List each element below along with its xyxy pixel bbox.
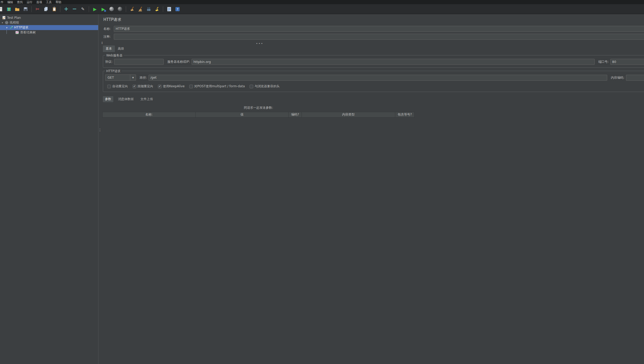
tree-item-label: 查看结果树 [20,30,36,35]
tab-advanced[interactable]: 高级 [115,45,127,52]
checkbox-keepalive[interactable]: 使用KeepAlive [158,84,185,89]
tree-item-test-plan[interactable]: Test Plan [0,15,98,20]
toolbar-separator [163,6,163,12]
method-path-row: GET ▼ 路径: 内容编码: [105,74,644,81]
encoding-label: 内容编码: [611,76,624,80]
open-icon[interactable] [14,5,21,13]
comment-input[interactable] [114,34,644,40]
checkbox-multipart[interactable]: 对POST使用multipart / form-data [189,84,245,89]
tree-item-view-results-tree[interactable]: 查看结果树 [0,30,98,35]
page-title: HTTP请求 [103,17,644,22]
http-request-group-title: HTTP请求 [105,69,122,73]
menu-file[interactable]: 件 [1,0,3,4]
menu-help[interactable]: 帮助 [56,0,61,4]
stop-icon[interactable] [108,5,115,13]
server-label: 服务器名称或IP: [167,60,190,64]
name-label: 名称: [103,27,114,31]
http-request-editor: HTTP请求 名称: 注释: ▴▾ ••• 基本 高级 Web服务器 [100,14,644,364]
column-header-encode[interactable]: 编码? [289,112,302,117]
checkbox-follow-redirects[interactable]: 跟随重定向 [133,84,153,89]
checkbox-label: 自动重定向 [112,84,128,89]
checkbox-icon [133,85,136,88]
save-icon[interactable] [22,5,29,13]
function-helper-icon[interactable] [166,5,173,13]
http-request-icon [9,26,13,30]
web-server-group-title: Web服务器 [105,53,123,58]
name-input[interactable] [114,26,644,32]
tab-files-upload[interactable]: 文件上传 [138,96,155,102]
protocol-label: 协议: [105,60,113,64]
params-caption: 同请求一起发送参数: [102,106,415,110]
templates-icon[interactable] [5,5,12,13]
web-server-group: Web服务器 协议: 服务器名称或IP: 端口号: [103,55,644,68]
chevron-down-icon[interactable]: ▾ [5,26,9,29]
tab-body-data[interactable]: 消息体数据 [116,96,136,102]
method-select[interactable]: GET ▼ [105,74,136,81]
tab-basic[interactable]: 基本 [103,45,115,52]
column-header-content-type[interactable]: 内容类型 [302,112,395,117]
encoding-input[interactable] [626,75,644,81]
column-header-name[interactable]: 名称: [103,112,196,117]
path-label: 路径: [140,76,147,80]
expand-icon[interactable]: + [63,5,70,13]
params-table-header: 名称: 值 编码? 内容类型 包含等号? [102,112,415,118]
toolbar: ✂ + − ✎ ▶ ▶ ? [0,4,644,14]
checkbox-icon [250,85,253,88]
shutdown-icon[interactable] [116,5,123,13]
checkbox-auto-redirect[interactable]: 自动重定向 [107,84,128,89]
search-reset-icon[interactable] [153,5,161,13]
web-server-row: 协议: 服务器名称或IP: 端口号: [105,59,644,65]
menu-tools[interactable]: 工具 [46,0,52,4]
checkbox-icon [189,85,193,88]
checkbox-browser-compatible-headers[interactable]: 与浏览器兼容的头 [250,84,280,89]
tab-parameters[interactable]: 参数 [103,96,113,102]
cut-icon[interactable]: ✂ [34,5,41,13]
menu-bar: 件 编辑 查找 运行 选项 工具 帮助 [0,0,644,4]
tree-item-http-request[interactable]: ▾ HTTP请求 [0,25,98,30]
server-input[interactable] [192,59,595,65]
test-plan-icon [2,16,6,20]
column-header-include-equals[interactable]: 包含等号? [395,112,414,117]
tree-item-label: 线程组 [10,20,19,25]
chevron-down-icon[interactable]: ▼ [130,75,136,80]
collapse-icon[interactable]: − [71,5,78,13]
toolbar-separator [31,6,32,12]
checkbox-label: 使用KeepAlive [163,84,185,89]
body-tabs: 参数 消息体数据 文件上传 [103,96,644,102]
tree-guide-line [7,30,7,34]
port-label: 端口号: [598,60,609,64]
splitter-dots-icon[interactable]: ••• [256,42,263,45]
start-icon[interactable]: ▶ [91,5,98,13]
tree-item-thread-group[interactable]: ▾ 线程组 [0,20,98,25]
help-icon[interactable]: ? [174,5,181,13]
view-results-tree-icon [15,31,19,35]
port-input[interactable] [610,59,644,65]
clear-all-icon[interactable] [137,5,144,13]
new-file-icon[interactable] [0,5,4,13]
start-no-pauses-icon[interactable]: ▶ [100,5,107,13]
checkbox-icon [107,85,111,88]
splitter-collapse-arrows-icon[interactable]: ▴▾ [102,41,103,44]
menu-options[interactable]: 选项 [36,0,42,4]
chevron-down-icon[interactable]: ▾ [1,21,4,24]
toolbar-separator [126,6,126,12]
checkbox-label: 与浏览器兼容的头 [255,84,280,89]
editor-splitter: ▴▾ ••• [102,42,644,45]
protocol-input[interactable] [114,59,164,65]
method-value: GET [105,75,130,80]
toolbar-separator [89,6,89,12]
menu-run[interactable]: 运行 [27,0,32,4]
toggle-icon[interactable]: ✎ [79,5,86,13]
paste-icon[interactable] [51,5,58,13]
column-header-value[interactable]: 值 [196,112,289,117]
checkbox-icon [158,85,162,88]
checkbox-label: 对POST使用multipart / form-data [194,84,245,89]
path-input[interactable] [149,75,607,81]
copy-icon[interactable] [42,5,49,13]
checkbox-label: 跟随重定向 [138,84,153,89]
search-icon[interactable] [145,5,152,13]
menu-search[interactable]: 查找 [17,0,23,4]
menu-edit[interactable]: 编辑 [7,0,13,4]
clear-icon[interactable] [128,5,135,13]
http-request-group: HTTP请求 GET ▼ 路径: 内容编码: 自动重定向 [103,71,644,92]
